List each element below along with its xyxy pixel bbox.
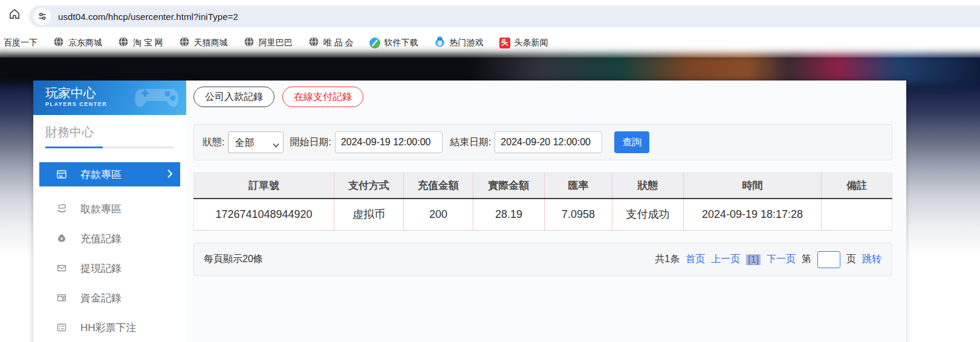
svg-text:¥: ¥ [60, 237, 63, 241]
record-tabs: 公司入款記錄 在線支付記錄 [193, 87, 892, 107]
sidebar-item-label: 取款專區 [80, 202, 122, 216]
sidebar-item-lottery-bets[interactable]: HH彩票下注 [39, 315, 180, 340]
globe-icon [53, 36, 64, 50]
globe-icon [118, 36, 129, 50]
filter-bar: 狀態: 全部 開始日期: 結束日期: 查詢 [193, 124, 892, 160]
sidebar-item-label: 充值記錄 [80, 232, 122, 246]
bet-list-icon [56, 322, 67, 333]
page-background: 玩家中心 PLAYERS CENTER 財務中心 存款專區 [0, 58, 980, 342]
gamepad-icon [133, 84, 180, 114]
current-page-indicator: [1] [746, 254, 761, 265]
status-label: 狀態: [203, 136, 224, 149]
software-download-icon [369, 38, 380, 48]
sidebar-menu: 存款專區 取款專區 ¥ 充值記錄 提現記錄 [33, 162, 186, 340]
cell-order-number: 1726741048944920 [194, 199, 334, 231]
cell-remark [822, 199, 892, 231]
cell-exchange-rate: 7.0958 [545, 199, 612, 231]
envelope-cash-icon [56, 263, 67, 274]
col-status: 狀態 [612, 173, 684, 199]
bookmark-tmall[interactable]: 天猫商城 [179, 36, 228, 50]
payment-records-table: 訂單號 支付方式 充值金額 實際金額 匯率 狀態 時間 備註 172674104 [193, 173, 892, 231]
end-date-input[interactable] [495, 131, 602, 153]
main-content: 公司入款記錄 在線支付記錄 狀態: 全部 開始日期: 結束日期: 查 [186, 81, 906, 342]
first-page-link[interactable]: 首页 [686, 253, 705, 266]
jump-link[interactable]: 跳转 [862, 253, 881, 266]
sidebar-item-withdraw[interactable]: 取款專區 [39, 197, 180, 221]
cell-time: 2024-09-19 18:17:28 [684, 199, 822, 231]
section-divider [45, 146, 174, 148]
sidebar-item-recharge-records[interactable]: ¥ 充值記錄 [39, 226, 180, 251]
col-time: 時間 [684, 173, 822, 199]
browser-window: usdt04.com/hhcp/usercenter.html?iniType=… [0, 0, 980, 342]
bookmark-software[interactable]: 软件下载 [369, 38, 418, 48]
penguin-icon [434, 36, 446, 50]
sidebar-item-label: 存款專區 [80, 168, 122, 182]
bookmarks-bar: 百度一下 京东商城 淘 宝 网 天猫商城 阿里巴巴 唯 品 会 软件下载 热门 [0, 28, 980, 58]
sidebar-item-withdrawal-records[interactable]: 提現記錄 [39, 256, 180, 280]
page-jump-input[interactable] [817, 251, 840, 268]
cell-recharge-amount: 200 [404, 199, 473, 231]
bookmark-toutiao[interactable]: 头 头条新闻 [499, 38, 548, 48]
query-button[interactable]: 查詢 [614, 131, 649, 153]
tab-online-payment-records[interactable]: 在線支付記錄 [282, 87, 363, 107]
tab-company-deposit-records[interactable]: 公司入款記錄 [193, 87, 274, 107]
jump-suffix-text: 页 [846, 253, 856, 266]
players-center-header: 玩家中心 PLAYERS CENTER [33, 81, 186, 115]
col-payment-method: 支付方式 [334, 173, 404, 199]
finance-center-heading: 財務中心 [45, 123, 174, 140]
next-page-link[interactable]: 下一页 [767, 253, 796, 266]
prev-page-link[interactable]: 上一页 [711, 253, 740, 266]
end-date-label: 結束日期: [450, 136, 491, 149]
chevron-right-icon [167, 169, 173, 182]
col-remark: 備註 [822, 173, 892, 199]
page-banner [0, 54, 980, 84]
globe-icon [179, 36, 190, 50]
col-actual-amount: 實際金額 [473, 173, 545, 199]
toutiao-icon: 头 [499, 38, 510, 48]
user-center-panel: 玩家中心 PLAYERS CENTER 財務中心 存款專區 [33, 81, 906, 342]
sidebar-item-label: HH彩票下注 [80, 321, 137, 335]
start-date-label: 開始日期: [290, 136, 331, 149]
site-settings-icon[interactable] [34, 8, 51, 25]
col-exchange-rate: 匯率 [545, 173, 612, 199]
bookmark-taobao[interactable]: 淘 宝 网 [118, 36, 163, 50]
sidebar-item-deposit[interactable]: 存款專區 [39, 162, 180, 186]
sidebar-item-label: 提現記錄 [80, 261, 122, 275]
bookmark-baidu[interactable]: 百度一下 [4, 38, 37, 48]
total-count-text: 共1条 [655, 253, 680, 266]
address-bar[interactable]: usdt04.com/hhcp/usercenter.html?iniType=… [29, 5, 980, 27]
table-row: 1726741048944920 虚拟币 200 28.19 7.0958 支付… [194, 199, 892, 231]
home-icon[interactable] [7, 7, 22, 21]
bookmark-games[interactable]: 热门游戏 [434, 36, 484, 50]
start-date-input[interactable] [335, 131, 443, 153]
cell-payment-method: 虚拟币 [334, 199, 404, 231]
table-header-row: 訂單號 支付方式 充值金額 實際金額 匯率 狀態 時間 備註 [194, 173, 892, 199]
pagination-bar: 每頁顯示20條 共1条 首页 上一页 [1] 下一页 第 页 跳转 [193, 243, 892, 276]
col-recharge-amount: 充值金額 [404, 173, 473, 199]
browser-toolbar: usdt04.com/hhcp/usercenter.html?iniType=… [0, 0, 980, 28]
cell-actual-amount: 28.19 [473, 199, 545, 231]
globe-icon [308, 36, 319, 50]
sidebar: 玩家中心 PLAYERS CENTER 財務中心 存款專區 [33, 81, 186, 342]
sidebar-item-label: 資金記錄 [80, 291, 122, 305]
status-select[interactable]: 全部 [228, 131, 284, 153]
jump-prefix-text: 第 [802, 253, 811, 266]
col-order-number: 訂單號 [194, 173, 334, 199]
page-size-text: 每頁顯示20條 [204, 253, 263, 266]
bookmark-jd[interactable]: 京东商城 [53, 36, 102, 50]
bookmark-vip[interactable]: 唯 品 会 [308, 36, 354, 50]
url-text[interactable]: usdt04.com/hhcp/usercenter.html?iniType=… [58, 12, 238, 22]
cell-status: 支付成功 [612, 199, 684, 231]
deposit-card-icon [56, 169, 67, 180]
wallet-icon [56, 292, 67, 303]
money-bag-icon: ¥ [56, 233, 67, 244]
withdraw-hand-icon [56, 203, 67, 214]
bookmark-alibaba[interactable]: 阿里巴巴 [244, 36, 293, 50]
sidebar-item-fund-records[interactable]: 資金記錄 [39, 286, 180, 310]
globe-icon [244, 36, 255, 50]
